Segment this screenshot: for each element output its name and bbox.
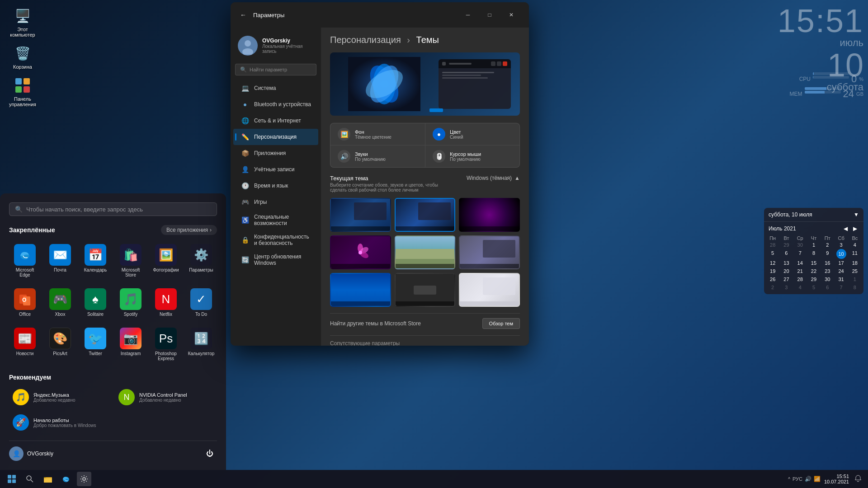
nav-updates[interactable]: 🔄 Центр обновления Windows xyxy=(233,250,318,270)
maximize-button[interactable]: □ xyxy=(479,8,500,22)
cal-day[interactable]: 7 xyxy=(834,283,848,291)
cal-day[interactable]: 28 xyxy=(793,275,807,283)
theme-info-color[interactable]: ● Цвет Синий xyxy=(425,123,519,145)
cal-day[interactable]: 30 xyxy=(821,275,834,283)
theme-info-cursor[interactable]: 🖱️ Курсор мыши По умолчанию xyxy=(425,145,519,167)
cal-day[interactable]: 20 xyxy=(779,267,793,275)
cal-day[interactable]: 12 xyxy=(766,259,779,267)
cal-day[interactable]: 31 xyxy=(834,275,848,283)
pinned-app-calc[interactable]: 🔢 Калькулятор xyxy=(185,324,217,365)
nav-gaming[interactable]: 🎮 Игры xyxy=(233,194,318,210)
cal-day[interactable]: 2 xyxy=(821,241,834,249)
cal-day[interactable]: 25 xyxy=(848,267,862,275)
pinned-app-instagram[interactable]: 📷 Instagram xyxy=(115,324,146,365)
desktop-icon-control-panel[interactable]: Панельуправления xyxy=(5,74,41,109)
volume-icon[interactable]: 🔊 xyxy=(805,476,811,482)
pinned-app-settings[interactable]: ⚙️ Параметры xyxy=(185,240,217,281)
cal-day[interactable]: 29 xyxy=(779,241,793,249)
theme-thumbnail-gray[interactable] xyxy=(459,235,520,269)
nav-network[interactable]: 🌐 Сеть & и Интернет xyxy=(233,113,318,129)
cal-day[interactable]: 18 xyxy=(848,259,862,267)
start-user[interactable]: 👤 OVGorskiy xyxy=(9,446,53,461)
sidebar-profile[interactable]: OVGorskiy Локальная учётная запись xyxy=(231,31,321,60)
pinned-app-edge[interactable]: Microsoft Edge xyxy=(9,240,41,281)
pinned-app-spotify[interactable]: 🎵 Spotify xyxy=(115,285,146,320)
cal-day[interactable]: 11 xyxy=(848,249,862,259)
cal-day[interactable]: 3 xyxy=(834,241,848,249)
rec-item-nvidia[interactable]: N NVIDIA Control Panel Добавлено недавно xyxy=(115,386,217,408)
pinned-app-picsart[interactable]: 🎨 PicsArt xyxy=(44,324,76,365)
cal-day[interactable]: 4 xyxy=(848,241,862,249)
cal-day[interactable]: 7 xyxy=(793,249,807,259)
settings-search-input[interactable] xyxy=(250,67,312,72)
nav-accounts[interactable]: 👤 Учётные записи xyxy=(233,161,318,178)
theme-thumbnail-white[interactable] xyxy=(459,273,520,307)
theme-thumbnail-win11-dark[interactable] xyxy=(395,198,456,232)
cal-day[interactable]: 6 xyxy=(821,283,834,291)
calendar-chevron-icon[interactable]: ▼ xyxy=(854,211,859,218)
nav-system[interactable]: 💻 Система xyxy=(233,80,318,96)
pinned-app-office[interactable]: O Office xyxy=(9,285,41,320)
cal-day[interactable]: 28 xyxy=(766,241,779,249)
all-apps-button[interactable]: Все приложения › xyxy=(161,225,217,235)
power-button[interactable]: ⏻ xyxy=(203,446,217,461)
network-icon[interactable]: 📶 xyxy=(814,476,821,482)
rec-item-startup[interactable]: 🚀 Начало работы Добро пожаловать в Windo… xyxy=(9,412,111,433)
pinned-app-solitaire[interactable]: ♠ Solitaire xyxy=(80,285,111,320)
minimize-button[interactable]: ─ xyxy=(458,8,478,22)
theme-thumbnail-win-blue[interactable] xyxy=(330,273,391,307)
cal-day[interactable]: 14 xyxy=(793,259,807,267)
nav-apps[interactable]: 📦 Приложения xyxy=(233,145,318,161)
nav-bluetooth[interactable]: ● Bluetooth и устройства xyxy=(233,96,318,113)
theme-thumbnail-flower[interactable] xyxy=(330,235,391,269)
theme-thumbnail-car[interactable] xyxy=(395,273,456,307)
pinned-app-photoshop[interactable]: Ps Photoshop Express xyxy=(150,324,182,365)
cal-day[interactable]: 3 xyxy=(779,283,793,291)
cal-day[interactable]: 1 xyxy=(807,241,821,249)
taskbar-clock[interactable]: 15:51 10.07.2021 xyxy=(824,474,849,484)
cal-day[interactable]: 21 xyxy=(793,267,807,275)
taskbar-explorer-button[interactable] xyxy=(41,472,55,486)
cal-day[interactable]: 8 xyxy=(848,283,862,291)
cal-day[interactable]: 24 xyxy=(834,267,848,275)
cal-day[interactable]: 19 xyxy=(766,267,779,275)
nav-accessibility[interactable]: ♿ Специальные возможности xyxy=(233,210,318,230)
desktop-icon-this-pc[interactable]: 🖥️ Этот компьютер xyxy=(5,5,41,40)
prev-month-icon[interactable]: ◀ xyxy=(842,225,849,233)
browse-themes-button[interactable]: Обзор тем xyxy=(482,318,520,329)
cal-day[interactable]: 22 xyxy=(807,267,821,275)
taskbar-settings-button[interactable] xyxy=(77,472,91,486)
start-search-bar[interactable]: 🔍 xyxy=(9,202,217,216)
nav-privacy[interactable]: 🔒 Конфиденциальность и безопасность xyxy=(233,230,318,250)
start-search-input[interactable] xyxy=(26,206,211,213)
pinned-app-netflix[interactable]: N Netflix xyxy=(150,285,182,320)
start-button[interactable] xyxy=(5,472,19,486)
cal-day[interactable]: 5 xyxy=(807,283,821,291)
theme-thumbnail-landscape[interactable] xyxy=(395,235,456,269)
cal-day[interactable]: 23 xyxy=(821,267,834,275)
pinned-app-todo[interactable]: ✓ To Do xyxy=(185,285,217,320)
pinned-app-calendar[interactable]: 📅 Календарь xyxy=(80,240,111,281)
theme-info-background[interactable]: 🖼️ Фон Тёмное цветение xyxy=(330,123,425,145)
cal-day[interactable]: 2 xyxy=(766,283,779,291)
chevron-up-icon[interactable]: ^ xyxy=(788,477,790,482)
pinned-app-mail[interactable]: ✉️ Почта xyxy=(44,240,76,281)
notification-button[interactable] xyxy=(853,473,863,485)
pinned-app-xbox[interactable]: 🎮 Xbox xyxy=(44,285,76,320)
pinned-app-news[interactable]: 📰 Новости xyxy=(9,324,41,365)
theme-thumbnail-win11-light[interactable] xyxy=(330,198,391,232)
cal-day[interactable]: 17 xyxy=(834,259,848,267)
cal-day[interactable]: 30 xyxy=(793,241,807,249)
pinned-app-photos[interactable]: 🖼️ Фотографии xyxy=(150,240,182,281)
cal-day[interactable]: 4 xyxy=(793,283,807,291)
cal-day-today[interactable]: 10 xyxy=(836,249,846,259)
theme-info-sounds[interactable]: 🔊 Звуки По умолчанию xyxy=(330,145,425,167)
nav-personalization[interactable]: ✏️ Персонализация xyxy=(233,129,318,145)
next-month-icon[interactable]: ▶ xyxy=(851,225,859,233)
taskbar-search-button[interactable] xyxy=(23,472,37,486)
cal-day[interactable]: 9 xyxy=(821,249,834,259)
cal-day[interactable]: 13 xyxy=(779,259,793,267)
breadcrumb-parent[interactable]: Персонализация xyxy=(330,35,401,45)
cal-day[interactable]: 5 xyxy=(766,249,779,259)
back-button[interactable]: ← xyxy=(238,9,249,20)
